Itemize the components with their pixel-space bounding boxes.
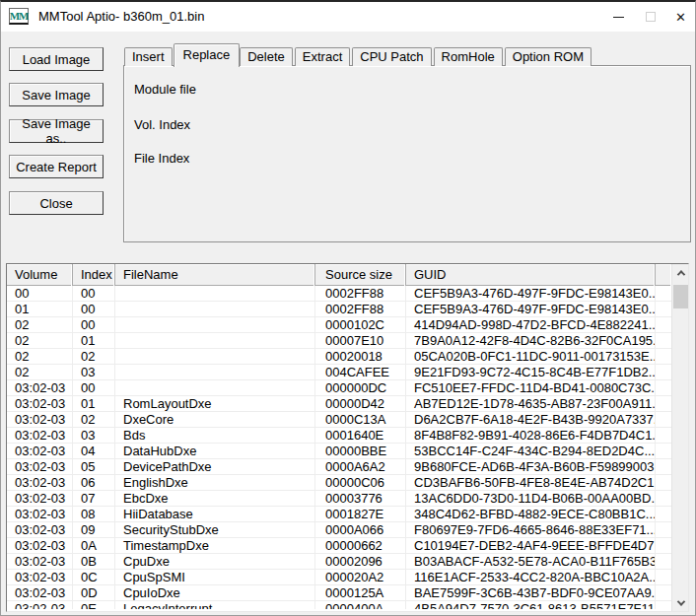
table-cell-guid: C10194E7-DEB2-4AF4-9EEE-BFFDE4D7... [406, 538, 656, 553]
module-table-rows-area: VolumeIndexFileNameSource sizeGUID 00000… [7, 264, 671, 611]
table-cell-filler [656, 522, 671, 537]
table-cell-guid: 7B9A0A12-42F8-4D4C-82B6-32F0CA195... [406, 333, 656, 348]
sidebar-button-create-report[interactable]: Create Report [9, 155, 104, 178]
column-header-index[interactable]: Index [73, 264, 115, 286]
table-row[interactable]: 03:02-0309SecurityStubDxe0000A066F80697E… [7, 522, 671, 538]
table-row[interactable]: 03:02-0306EnglishDxe00000C06CD3BAFB6-50F… [7, 475, 671, 491]
table-row[interactable]: 03:02-0301RomLayoutDxe00000D42AB7ED12E-1… [7, 396, 671, 412]
column-header-volume[interactable]: Volume [7, 264, 73, 286]
file-index-label: File Index [134, 151, 189, 166]
scroll-up-icon [676, 270, 684, 278]
table-cell-filler [656, 538, 671, 553]
table-cell-filename: HiiDatabase [115, 507, 315, 521]
table-cell-guid: CD3BAFB6-50FB-4FE8-8E4E-AB74D2C1... [406, 475, 656, 490]
table-cell-filler [656, 554, 671, 569]
table-cell-volume: 03:02-03 [7, 412, 73, 427]
table-cell-source-size: 00000D42 [315, 396, 406, 411]
scroll-down-icon [676, 597, 684, 605]
table-cell-volume: 03:02-03 [7, 554, 73, 569]
table-cell-source-size: 0000A6A2 [315, 459, 406, 474]
table-row[interactable]: 03:02-0302DxeCore0000C13AD6A2CB7F-6A18-4… [7, 412, 671, 428]
mmtool-app-icon: MM [9, 8, 29, 25]
table-cell-index: 03 [73, 428, 115, 443]
table-cell-filename: CpuSpSMI [115, 570, 315, 584]
title-bar: MM MMTool Aptio- b360m_01.bin ✕ [1, 2, 695, 32]
table-row[interactable]: 03:02-0304DataHubDxe00000BBE53BCC14F-C24… [7, 444, 671, 459]
table-cell-filler [656, 333, 671, 348]
table-cell-volume: 03:02-03 [7, 380, 73, 395]
tab-option-rom[interactable]: Option ROM [505, 47, 592, 66]
table-row[interactable]: 03:02-030BCpuDxe00002096B03ABACF-A532-5E… [7, 554, 671, 570]
table-cell-filename: DevicePathDxe [115, 459, 315, 474]
table-cell-filler [656, 302, 671, 316]
scrollbar-thumb[interactable] [673, 285, 688, 308]
table-row[interactable]: 03:02-0300000000DCFC510EE7-FFDC-11D4-BD4… [7, 380, 671, 396]
table-row[interactable]: 03:02-0307EbcDxe0000377613AC6DD0-73D0-11… [7, 491, 671, 507]
sidebar-button-save-image-as[interactable]: Save Image as.. [9, 119, 104, 143]
table-cell-index: 02 [73, 349, 115, 364]
table-row[interactable]: 03:02-030ELegacyInterrupt0000400A4B5A94D… [7, 601, 671, 609]
table-row[interactable]: 03:02-030DCpuIoDxe0000125ABAE7599F-3C6B-… [7, 585, 671, 601]
column-header-filename[interactable]: FileName [115, 264, 315, 286]
tab-cpu-patch[interactable]: CPU Patch [352, 47, 431, 66]
table-cell-source-size: 0000A066 [315, 522, 406, 537]
table-cell-filename: EnglishDxe [115, 475, 315, 490]
table-cell-volume: 03:02-03 [7, 491, 73, 506]
table-cell-volume: 03:02-03 [7, 522, 73, 537]
table-cell-volume: 02 [7, 365, 73, 379]
table-cell-filler [656, 349, 671, 364]
table-cell-filename [115, 365, 315, 379]
table-cell-guid: AB7ED12E-1D78-4635-AB87-23F00A911... [406, 396, 656, 411]
vertical-scrollbar[interactable] [671, 264, 688, 611]
table-cell-guid: 9E21FD93-9C72-4C15-8C4B-E77F1DB2... [406, 365, 656, 379]
table-row[interactable]: 00000002FF88CEF5B9A3-476D-497F-9FDC-E981… [7, 286, 671, 302]
table-cell-filename [115, 380, 315, 395]
table-cell-index: 03 [73, 365, 115, 379]
table-row[interactable]: 01000002FF88CEF5B9A3-476D-497F-9FDC-E981… [7, 302, 671, 317]
table-row[interactable]: 03:02-0303Bds0001640E8F4B8F82-9B91-4028-… [7, 428, 671, 444]
table-cell-filename: CpuDxe [115, 554, 315, 569]
table-row[interactable]: 02020002001805CA020B-0FC1-11DC-9011-0017… [7, 349, 671, 365]
table-cell-volume: 03:02-03 [7, 475, 73, 490]
table-cell-index: 05 [73, 459, 115, 474]
sidebar-button-close[interactable]: Close [9, 191, 104, 215]
table-cell-source-size: 0000400A [315, 601, 406, 609]
tab-extract[interactable]: Extract [295, 47, 350, 66]
table-cell-guid: 348C4D62-BFBD-4882-9ECE-C80BB1C... [406, 507, 656, 521]
maximize-button[interactable] [636, 2, 665, 32]
table-cell-index: 00 [73, 302, 115, 316]
tab-strip: InsertReplaceDeleteExtractCPU PatchRomHo… [124, 42, 593, 66]
sidebar-button-load-image[interactable]: Load Image [9, 47, 104, 71]
table-cell-guid: B03ABACF-A532-5E78-ACA0-B11F765B3... [406, 554, 656, 569]
tab-romhole[interactable]: RomHole [434, 47, 503, 66]
table-row[interactable]: 0203004CAFEE9E21FD93-9C72-4C15-8C4B-E77F… [7, 365, 671, 380]
table-cell-filename: RomLayoutDxe [115, 396, 315, 411]
tab-replace[interactable]: Replace [174, 43, 241, 67]
sidebar-button-save-image[interactable]: Save Image [9, 83, 104, 106]
column-header-guid[interactable]: GUID [406, 264, 656, 286]
table-partial-row-clip: 03:02-030ELegacyInterrupt0000400A4B5A94D… [7, 601, 671, 609]
column-header-source-size[interactable]: Source size [315, 264, 406, 286]
table-row[interactable]: 03:02-030CCpuSpSMI000020A2116E1ACF-2533-… [7, 570, 671, 585]
table-cell-filler [656, 570, 671, 584]
tab-insert[interactable]: Insert [124, 47, 173, 66]
table-row[interactable]: 03:02-0308HiiDatabase0001827E348C4D62-BF… [7, 507, 671, 522]
table-cell-source-size: 0002FF88 [315, 302, 406, 316]
minimize-button[interactable] [602, 2, 634, 32]
close-button[interactable]: ✕ [665, 2, 696, 32]
table-row[interactable]: 03:02-030ATimestampDxe00000662C10194E7-D… [7, 538, 671, 554]
table-row[interactable]: 020100007E107B9A0A12-42F8-4D4C-82B6-32F0… [7, 333, 671, 349]
table-cell-filename [115, 317, 315, 332]
table-cell-index: 04 [73, 444, 115, 458]
table-row[interactable]: 02000000102C414D94AD-998D-47D2-BFCD-4E88… [7, 317, 671, 333]
table-cell-filler [656, 507, 671, 521]
table-cell-source-size: 00000662 [315, 538, 406, 553]
scroll-up-button[interactable] [672, 264, 689, 281]
table-cell-guid: CEF5B9A3-476D-497F-9FDC-E98143E0... [406, 302, 656, 316]
window-title: MMTool Aptio- b360m_01.bin [38, 9, 204, 24]
table-cell-guid: FC510EE7-FFDC-11D4-BD41-0080C73C... [406, 380, 656, 395]
tab-delete[interactable]: Delete [240, 47, 293, 66]
table-cell-source-size: 00007E10 [315, 333, 406, 348]
scroll-down-button[interactable] [672, 594, 689, 611]
table-row[interactable]: 03:02-0305DevicePathDxe0000A6A29B680FCE-… [7, 459, 671, 475]
